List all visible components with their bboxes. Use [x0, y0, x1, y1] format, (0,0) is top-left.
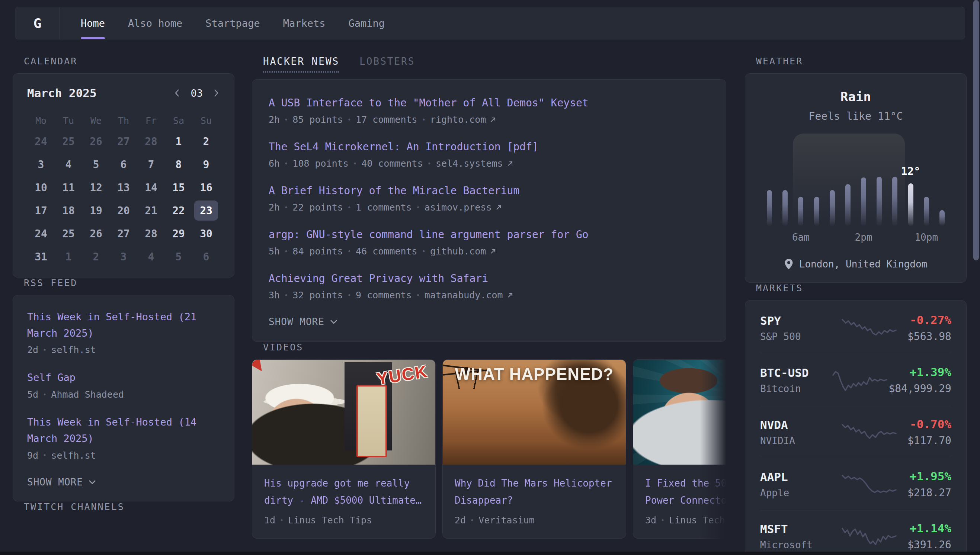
calendar-day[interactable]: 19	[84, 201, 108, 221]
calendar-day[interactable]: 5	[167, 247, 191, 267]
calendar-day[interactable]: 28	[139, 131, 163, 151]
market-row[interactable]: BTC-USD Bitcoin +1.39% $84,999.29	[760, 354, 951, 406]
news-item-domain[interactable]: matanabudy.com	[425, 290, 503, 301]
weather-hour-bar[interactable]	[798, 197, 803, 226]
calendar-day[interactable]: 25	[56, 131, 80, 151]
video-channel[interactable]: Veritasium	[478, 515, 535, 526]
calendar-day[interactable]: 2	[84, 247, 108, 267]
nav-tab[interactable]: Also home	[128, 7, 182, 39]
video-channel[interactable]: Linus Tech Tips	[669, 515, 726, 526]
rss-item-title[interactable]: This Week in Self-Hosted (14 March 2025)	[27, 414, 220, 446]
market-row[interactable]: SPY S&P 500 -0.27% $563.98	[760, 302, 951, 354]
weather-hour-bar[interactable]	[845, 184, 850, 226]
nav-tab[interactable]: Startpage	[205, 7, 260, 39]
video-card[interactable]: WHAT HAPPENED? Why Did The Mars Helicopt…	[443, 359, 626, 539]
weather-hour-bar[interactable]	[767, 190, 772, 226]
calendar-day[interactable]: 8	[167, 154, 191, 175]
market-row[interactable]: MSFT Microsoft +1.14% $391.26	[760, 510, 951, 555]
calendar-day[interactable]: 7	[139, 154, 163, 175]
news-item-title[interactable]: The SeL4 Microkernel: An Introduction [p…	[269, 139, 709, 155]
news-item-title[interactable]: A Brief History of the Miracle Bacterium	[269, 183, 709, 199]
weather-hour-bar[interactable]	[940, 210, 945, 226]
rss-item-title[interactable]: This Week in Self-Hosted (21 March 2025)	[27, 309, 220, 341]
weather-hour-bar[interactable]	[892, 177, 897, 226]
calendar-day[interactable]: 4	[139, 247, 163, 267]
weather-hour-bar[interactable]	[783, 190, 788, 226]
video-channel[interactable]: Linus Tech Tips	[288, 515, 372, 526]
calendar-day[interactable]: 22	[167, 201, 191, 221]
calendar-day[interactable]: 9	[194, 154, 218, 175]
weather-hour-bar[interactable]	[830, 190, 835, 226]
calendar-day[interactable]: 20	[112, 201, 135, 221]
calendar-day[interactable]: 25	[56, 223, 80, 244]
calendar-day[interactable]: 18	[56, 201, 80, 221]
weather-hour-bar[interactable]	[861, 177, 866, 226]
news-show-more-button[interactable]: SHOW MORE	[269, 316, 709, 327]
calendar-day[interactable]: 6	[194, 247, 218, 267]
calendar-day[interactable]: 16	[194, 177, 218, 197]
market-row[interactable]: AAPL Apple +1.95% $218.27	[760, 458, 951, 510]
rss-item-title[interactable]: Self Gap	[27, 369, 220, 386]
calendar-day[interactable]: 26	[84, 223, 108, 244]
calendar-day[interactable]: 24	[29, 131, 53, 151]
calendar-day[interactable]: 1	[56, 247, 80, 267]
calendar-day[interactable]: 15	[167, 177, 191, 197]
video-thumbnail[interactable]: DOT	[633, 360, 726, 465]
weather-hour-bar[interactable]	[877, 177, 882, 226]
news-item-domain[interactable]: righto.com	[430, 114, 486, 125]
news-item-comments[interactable]: 9 comments	[356, 290, 412, 301]
news-item-domain[interactable]: sel4.systems	[436, 158, 503, 169]
calendar-day[interactable]: 31	[29, 247, 53, 267]
video-title[interactable]: His upgrade got me really dirty - AMD $5…	[264, 475, 423, 509]
weather-hour-bar[interactable]	[924, 197, 929, 226]
rss-show-more-button[interactable]: SHOW MORE	[27, 476, 220, 488]
calendar-day[interactable]: 13	[112, 177, 135, 197]
calendar-day[interactable]: 21	[139, 201, 163, 221]
news-item-comments[interactable]: 17 comments	[356, 114, 417, 125]
calendar-day[interactable]: 1	[167, 131, 191, 151]
news-item-comments[interactable]: 1 comments	[356, 202, 412, 213]
nav-tab[interactable]: Markets	[283, 7, 326, 39]
video-thumbnail[interactable]: WHAT HAPPENED?	[443, 360, 626, 465]
calendar-day[interactable]: 4	[56, 154, 80, 175]
calendar-day[interactable]: 5	[84, 154, 108, 175]
news-item-comments[interactable]: 40 comments	[361, 158, 423, 169]
nav-tab[interactable]: Home	[81, 7, 105, 39]
news-item-domain[interactable]: asimov.press	[425, 202, 492, 213]
video-title[interactable]: I Fixed the 5090's Melting Power Connect…	[645, 475, 726, 509]
calendar-next-button[interactable]	[212, 88, 220, 98]
calendar-day[interactable]: 27	[112, 131, 135, 151]
news-item-title[interactable]: argp: GNU-style command line argument pa…	[269, 227, 709, 242]
calendar-day[interactable]: 29	[167, 223, 191, 244]
calendar-day[interactable]: 26	[84, 131, 108, 151]
news-item-title[interactable]: Achieving Great Privacy with Safari	[269, 271, 709, 286]
calendar-day[interactable]: 28	[139, 223, 163, 244]
calendar-prev-button[interactable]	[173, 88, 181, 98]
weather-hour-bar[interactable]	[908, 183, 913, 226]
calendar-day[interactable]: 10	[29, 177, 53, 197]
video-thumbnail[interactable]: YUCK	[252, 360, 435, 465]
calendar-day[interactable]: 12	[84, 177, 108, 197]
weather-hour-bar[interactable]	[814, 197, 819, 226]
calendar-day[interactable]: 14	[139, 177, 163, 197]
calendar-day[interactable]: 23	[194, 201, 218, 221]
news-tab[interactable]: HACKER NEWS	[263, 56, 339, 72]
market-row[interactable]: NVDA NVIDIA -0.70% $117.70	[760, 406, 951, 458]
news-item-domain[interactable]: github.com	[430, 246, 486, 257]
calendar-day[interactable]: 3	[29, 154, 53, 175]
app-logo[interactable]: G	[15, 7, 60, 39]
calendar-day[interactable]: 30	[194, 223, 218, 244]
calendar-day[interactable]: 27	[112, 223, 135, 244]
calendar-day[interactable]: 2	[194, 131, 218, 151]
nav-tab[interactable]: Gaming	[348, 7, 385, 39]
video-card[interactable]: YUCK His upgrade got me really dirty - A…	[252, 359, 436, 539]
video-card[interactable]: DOT I Fixed the 5090's Melting Power Con…	[633, 359, 726, 539]
news-item-title[interactable]: A USB Interface to the "Mother of All De…	[269, 95, 709, 111]
news-item-comments[interactable]: 46 comments	[356, 246, 417, 257]
calendar-day[interactable]: 6	[112, 154, 135, 175]
calendar-day[interactable]: 17	[29, 201, 53, 221]
news-tab[interactable]: LOBSTERS	[359, 56, 415, 72]
calendar-day[interactable]: 3	[112, 247, 135, 267]
video-title[interactable]: Why Did The Mars Helicopter Disappear?	[455, 475, 614, 509]
page-scrollbar-thumb[interactable]	[973, 0, 979, 260]
